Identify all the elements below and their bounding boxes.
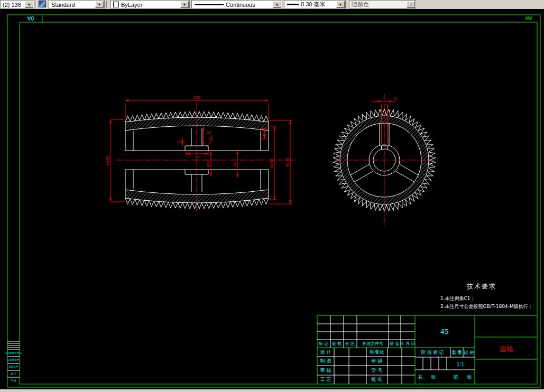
dim-label-d170: Φ170 [285, 157, 290, 167]
tech-req-item: 1.未注倒角C1； [440, 296, 475, 301]
material-value: 45 [440, 328, 449, 335]
sheet-count-label: 张 [467, 375, 472, 380]
dim-label-od: Φ492 [106, 156, 110, 166]
scale-value: 1:1 [457, 362, 464, 367]
dim-label-20: 20 [262, 133, 266, 136]
signature-label: 学 号 [372, 368, 383, 373]
signature-label: 工 艺 [320, 377, 331, 382]
sheet-count-label: 共 [418, 375, 423, 380]
revision-header: 年 月 日 [400, 341, 415, 346]
dim-label-12: 12 [393, 97, 398, 100]
sheet-count-label: 第 [454, 375, 458, 380]
tech-requirements: 技术要求1.未注倒角C1；2.未注尺寸公差按照GB/T-1804-M级执行； [440, 283, 533, 309]
sheet-size-label: ∀0 [27, 16, 34, 22]
drawing-area[interactable]: ∀0AW借(通)用件登记旧底图总号底图总号签 字日 期标 记处 数分 区更改文件… [0, 0, 544, 392]
drawing-canvas[interactable]: ∀0AW借(通)用件登记旧底图总号底图总号签 字日 期标 记处 数分 区更改文件… [0, 9, 544, 389]
margin-strip-label: 借(通)用件登记 [5, 351, 22, 354]
dim-label-bore: Φ62 [206, 161, 210, 167]
signature-label: 设 计 [320, 349, 331, 354]
margin-strip-label: 底图总号 [9, 366, 19, 368]
stage-label: 阶 段 标 记 [421, 350, 444, 355]
revision-header: 处 数 [332, 341, 342, 346]
signature-label: 班 级 [372, 358, 383, 363]
dim-label-48: 48 [233, 162, 236, 166]
revision-header: 标 记 [319, 341, 329, 346]
corner-mark: AW [525, 16, 532, 21]
window-bottom-edge [0, 389, 544, 392]
dim-label-40: 40 [195, 155, 199, 158]
dim-label-28: 28 [207, 130, 211, 134]
dim-label-320: 320 [193, 96, 200, 100]
part-name: 齿轮 [500, 345, 513, 353]
margin-strip-label: 日 期 [11, 379, 16, 382]
weight-label: 重 量 [451, 350, 462, 355]
signature-label: 审 核 [320, 368, 331, 373]
margin-strip-label: 旧底图总号 [7, 358, 20, 361]
signature-label: 批 准 [371, 377, 383, 382]
right-view-dimensions: 12 [335, 94, 435, 226]
scale-label: 比 例 [464, 350, 474, 355]
dim-label-15: 15 [177, 140, 181, 144]
sheet-count-label: 张 [431, 375, 436, 380]
title-block: 标 记处 数分 区更改文件号签 名年 月 日设 计标准化制 图班 级审 核学 号… [317, 315, 537, 384]
signature-label: 标准化 [370, 349, 385, 354]
margin-strip-label: 签 字 [11, 372, 16, 375]
dim-label-45: 45° [208, 134, 214, 141]
tech-req-title: 技术要求 [466, 283, 496, 290]
dim-label-d150: Φ150 [270, 158, 274, 168]
tech-req-item: 2.未注尺寸公差按照GB/T-1804-M级执行； [440, 304, 533, 309]
revision-header: 分 区 [345, 341, 355, 346]
sheet-frame: ∀0AW [7, 15, 540, 387]
signature-label: 制 图 [320, 358, 331, 363]
revision-header: 更改文件号 [362, 341, 383, 346]
revision-header: 签 名 [390, 341, 400, 346]
